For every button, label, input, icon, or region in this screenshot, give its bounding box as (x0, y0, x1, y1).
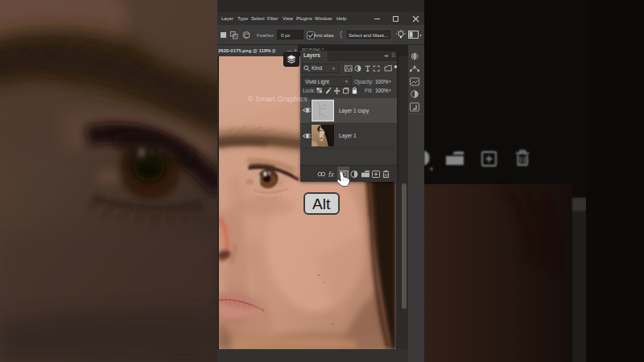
svg-text:fx: fx (328, 171, 335, 179)
